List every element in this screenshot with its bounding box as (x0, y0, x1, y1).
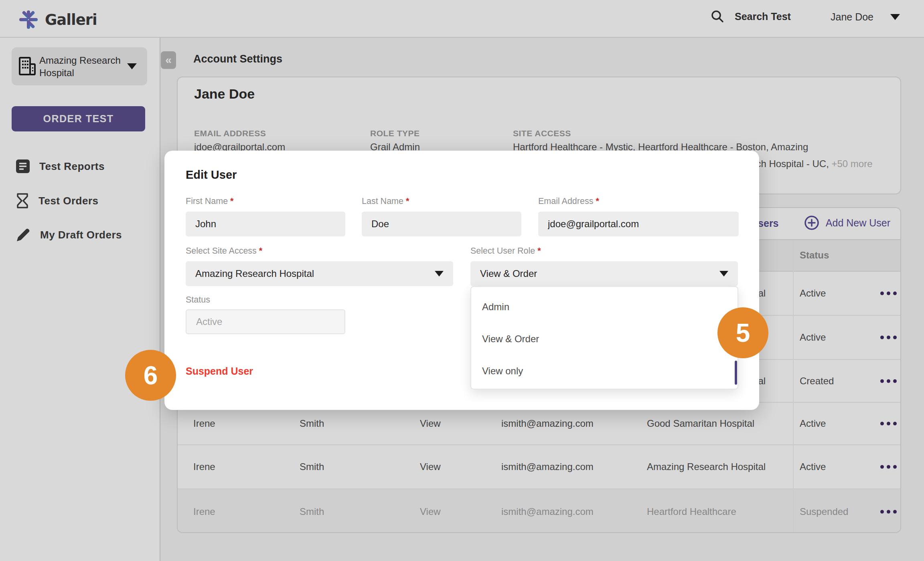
user-role-dropdown-menu: Admin View & Order View only (470, 286, 738, 389)
select-user-role-label: Select User Role * (470, 246, 541, 256)
role-option-admin[interactable]: Admin (471, 291, 738, 323)
role-option-view-only[interactable]: View only (471, 355, 738, 387)
last-name-label: Last Name * (362, 196, 409, 206)
required-asterisk: * (259, 246, 262, 256)
required-asterisk: * (230, 196, 233, 206)
edit-user-modal: Edit User First Name * Last Name * Email… (164, 151, 759, 410)
last-name-field[interactable] (362, 212, 521, 236)
chevron-down-icon (435, 271, 444, 276)
select-site-access-label: Select Site Access * (186, 246, 262, 256)
dropdown-scrollbar-thumb[interactable] (735, 361, 737, 385)
site-access-selected-value: Amazing Research Hospital (195, 268, 314, 279)
required-asterisk: * (406, 196, 409, 206)
required-asterisk: * (537, 246, 541, 256)
suspend-user-link[interactable]: Suspend User (186, 365, 253, 377)
status-field: Active (186, 309, 345, 334)
annotation-step-5: 5 (717, 307, 768, 358)
required-asterisk: * (596, 196, 599, 206)
user-role-select[interactable]: View & Order (470, 261, 738, 286)
email-address-field[interactable] (538, 212, 739, 236)
user-role-selected-value: View & Order (480, 268, 537, 279)
modal-title: Edit User (186, 168, 237, 182)
annotation-step-6: 6 (125, 350, 176, 401)
first-name-field[interactable] (186, 212, 345, 236)
chevron-down-icon (719, 271, 728, 276)
site-access-select[interactable]: Amazing Research Hospital (186, 261, 453, 286)
status-label: Status (186, 295, 210, 305)
app-screen: Galleri Search Test Jane Doe (0, 0, 924, 561)
role-option-view-order[interactable]: View & Order (471, 323, 738, 355)
first-name-label: First Name * (186, 196, 233, 206)
email-address-label: Email Address * (538, 196, 599, 206)
